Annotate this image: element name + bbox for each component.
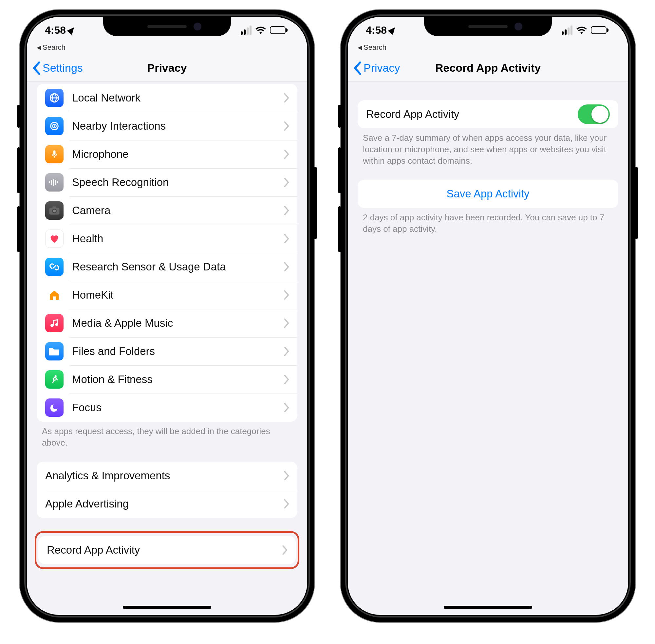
front-camera-icon <box>194 23 201 30</box>
focus-label: Focus <box>72 401 280 414</box>
status-time: 4:58 <box>45 24 66 36</box>
phone-left: 4:58 ◀ Search Settings Privacy <box>20 10 314 622</box>
media-icon <box>45 314 64 332</box>
home-indicator[interactable] <box>123 606 211 609</box>
scroll-content[interactable]: Local NetworkNearby InteractionsMicropho… <box>27 82 307 615</box>
row-camera[interactable]: Camera <box>37 197 297 225</box>
research-label: Research Sensor & Usage Data <box>72 261 280 273</box>
chevron-right-icon <box>284 468 289 483</box>
speech-icon <box>45 173 64 191</box>
record-label: Record App Activity <box>47 544 278 556</box>
battery-icon <box>270 26 288 34</box>
volume-up-button <box>17 147 20 193</box>
chevron-right-icon <box>284 203 289 218</box>
row-homekit[interactable]: HomeKit <box>37 281 297 309</box>
chevron-right-icon <box>284 372 289 387</box>
svg-rect-12 <box>57 181 58 183</box>
speaker-icon <box>148 25 187 28</box>
breadcrumb[interactable]: ◀ Search <box>27 43 307 54</box>
svg-point-19 <box>55 375 57 377</box>
battery-icon <box>591 26 609 34</box>
location-arrow-icon <box>67 25 76 35</box>
row-media[interactable]: Media & Apple Music <box>37 309 297 337</box>
chevron-left-icon <box>354 62 362 75</box>
microphone-label: Microphone <box>72 148 280 160</box>
wifi-icon <box>577 26 587 34</box>
scroll-content[interactable]: Record App Activity Save a 7-day summary… <box>348 82 628 615</box>
local-network-label: Local Network <box>72 92 280 104</box>
row-adv[interactable]: Apple Advertising <box>37 490 297 518</box>
front-camera-icon <box>515 23 522 30</box>
row-local-network[interactable]: Local Network <box>37 84 297 112</box>
row-analytics[interactable]: Analytics & Improvements <box>37 462 297 490</box>
back-triangle-icon: ◀ <box>358 44 362 51</box>
volume-down-button <box>17 206 20 252</box>
home-indicator[interactable] <box>444 606 532 609</box>
chevron-right-icon <box>284 400 289 415</box>
motion-label: Motion & Fitness <box>72 373 280 386</box>
record-activity-group: Record App Activity <box>38 536 296 564</box>
save-activity-group: Save App Activity <box>358 180 618 208</box>
svg-rect-10 <box>53 179 54 186</box>
record-toggle-footer: Save a 7-day summary of when apps access… <box>348 132 628 180</box>
analytics-group: Analytics & ImprovementsApple Advertisin… <box>37 462 297 518</box>
breadcrumb-label: Search <box>43 43 66 52</box>
volume-up-button <box>338 147 341 193</box>
nav-back-label: Privacy <box>363 62 400 74</box>
save-activity-button[interactable]: Save App Activity <box>358 180 618 208</box>
chevron-right-icon <box>284 497 289 511</box>
svg-point-5 <box>54 125 55 127</box>
svg-rect-16 <box>52 206 56 208</box>
breadcrumb[interactable]: ◀ Search <box>348 43 628 54</box>
power-button <box>314 167 317 239</box>
row-motion[interactable]: Motion & Fitness <box>37 365 297 394</box>
nearby-label: Nearby Interactions <box>72 120 280 132</box>
nearby-icon <box>45 117 64 135</box>
svg-rect-9 <box>51 180 52 185</box>
row-record[interactable]: Record App Activity <box>38 536 296 564</box>
svg-rect-6 <box>53 150 56 155</box>
nav-bar: Settings Privacy <box>27 54 307 82</box>
chevron-right-icon <box>284 288 289 302</box>
homekit-icon <box>45 286 64 304</box>
chevron-right-icon <box>284 175 289 190</box>
wifi-icon <box>255 26 266 34</box>
svg-rect-8 <box>49 181 50 183</box>
files-label: Files and Folders <box>72 345 280 358</box>
homekit-label: HomeKit <box>72 289 280 301</box>
privacy-list-footer: As apps request access, they will be add… <box>27 426 307 462</box>
analytics-label: Analytics & Improvements <box>45 469 280 482</box>
nav-back-button[interactable]: Privacy <box>348 62 400 75</box>
media-label: Media & Apple Music <box>72 317 280 329</box>
volume-switch <box>17 105 20 128</box>
svg-rect-11 <box>55 180 56 185</box>
volume-switch <box>338 105 341 128</box>
chevron-right-icon <box>284 316 289 331</box>
research-icon <box>45 258 64 276</box>
phone-right: 4:58 ◀ Search Privacy Record App Activit… <box>341 10 635 622</box>
notch <box>103 17 231 36</box>
row-focus[interactable]: Focus <box>37 394 297 422</box>
signal-icon <box>562 26 572 35</box>
chevron-right-icon <box>284 119 289 134</box>
row-files[interactable]: Files and Folders <box>37 337 297 365</box>
camera-icon <box>45 201 64 220</box>
row-nearby[interactable]: Nearby Interactions <box>37 112 297 140</box>
focus-icon <box>45 398 64 417</box>
record-toggle-group: Record App Activity <box>358 100 618 128</box>
power-button <box>635 167 638 239</box>
privacy-list: Local NetworkNearby InteractionsMicropho… <box>37 84 297 422</box>
files-icon <box>45 342 64 361</box>
svg-point-15 <box>53 210 56 212</box>
nav-back-button[interactable]: Settings <box>27 62 83 75</box>
row-research[interactable]: Research Sensor & Usage Data <box>37 253 297 281</box>
health-icon <box>45 230 64 248</box>
record-toggle-row: Record App Activity <box>358 100 618 128</box>
row-speech[interactable]: Speech Recognition <box>37 168 297 197</box>
chevron-right-icon <box>282 543 287 557</box>
chevron-right-icon <box>284 344 289 359</box>
record-toggle-switch[interactable] <box>578 105 610 124</box>
row-microphone[interactable]: Microphone <box>37 140 297 168</box>
row-health[interactable]: Health <box>37 225 297 253</box>
adv-label: Apple Advertising <box>45 498 280 510</box>
